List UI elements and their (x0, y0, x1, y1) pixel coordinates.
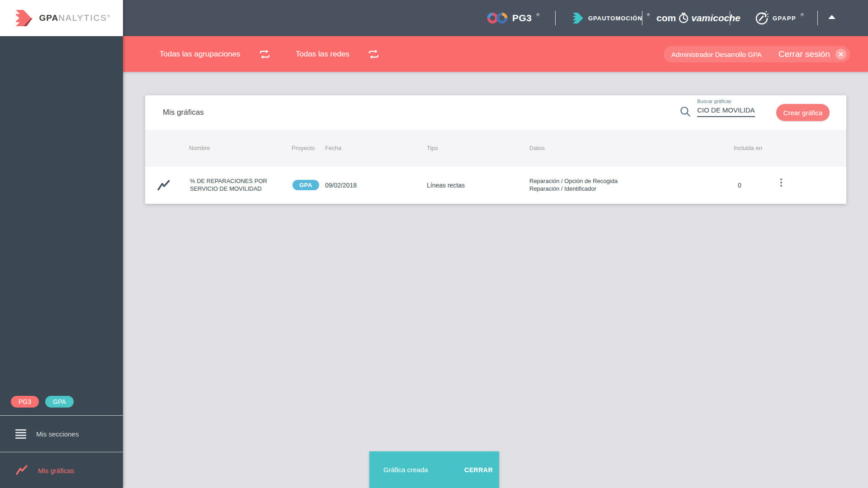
row-date: 09/02/2018 (325, 182, 357, 189)
row-data: Reparación / Opción de Recogida Reparaci… (529, 177, 618, 192)
column-header-nombre: Nombre (189, 145, 210, 151)
badge-gpa[interactable]: GPA (45, 396, 74, 408)
topbar-divider (642, 11, 642, 25)
table-header: Nombre Proyecto Fecha Tipo Datos Incluid… (145, 130, 846, 167)
project-badge: GPA (292, 180, 319, 190)
filter-label: Todas las agrupaciones (160, 50, 241, 59)
column-header-fecha: Fecha (325, 145, 341, 151)
row-line-chart-icon (157, 179, 170, 192)
search-icon[interactable] (679, 106, 691, 117)
page-title: Mis gráficas (163, 108, 204, 117)
row-included-count: 0 (731, 182, 749, 189)
topbar-divider (555, 11, 556, 25)
column-header-datos: Datos (529, 145, 545, 151)
swap-icon (368, 49, 380, 60)
snackbar-message: Gráfica creada (383, 466, 428, 474)
filter-agrupaciones[interactable]: Todas las agrupaciones (160, 36, 271, 72)
gpautomocion-label: GPAUTOMOCIÓN (588, 15, 642, 22)
mis-graficas-card: Mis gráficas Buscar gráficas CIO DE MOVI… (145, 95, 846, 204)
badge-pg3[interactable]: PG3 (11, 396, 39, 408)
logo-registered: ® (107, 14, 110, 19)
column-header-incluida: Incluida en (734, 145, 762, 151)
comprovamicoche-suffix: vamicoche (691, 13, 741, 23)
gpapp-label: GPAPP (773, 15, 796, 22)
sections-menu-icon (15, 429, 26, 439)
logout-button[interactable]: Cerrar sesión (778, 49, 830, 59)
collapse-topbar-arrow-icon[interactable] (828, 15, 835, 19)
pg3-infinity-icon (487, 11, 508, 25)
gpanalytics-logo[interactable]: GPANALYTICS® (0, 0, 123, 36)
filter-bar: Todas las agrupaciones Todas las redes A… (123, 36, 868, 72)
gpautomocion-arrow-icon (571, 11, 584, 25)
table-row[interactable]: % DE REPARACIONES POR SERVICIO DE MOVILI… (145, 167, 846, 204)
swap-icon (259, 49, 271, 60)
user-session-pill: Administrador Desarrollo GPA Cerrar sesi… (664, 46, 850, 62)
column-header-tipo: Tipo (427, 145, 438, 151)
create-chart-button[interactable]: Crear gráfica (776, 104, 830, 121)
row-name: % DE REPARACIONES POR SERVICIO DE MOVILI… (190, 177, 267, 192)
logo-text-nalytics: NALYTICS (58, 13, 107, 23)
line-chart-icon (15, 465, 28, 476)
stopwatch-icon (678, 12, 689, 24)
gpapp-registered: ® (801, 13, 804, 17)
filter-redes[interactable]: Todas las redes (296, 36, 380, 72)
sidebar: GPANALYTICS® PG3 GPA Mis secciones Mis g… (0, 0, 123, 488)
topbar-divider (817, 11, 818, 25)
logo-text-gpa: GPA (39, 13, 59, 23)
sidebar-badges: PG3 GPA (11, 396, 74, 408)
gpanalytics-arrow-icon (13, 8, 36, 28)
topbar-divider (730, 11, 730, 25)
snackbar: Gráfica creada CERRAR (369, 451, 499, 488)
brand-gpapp[interactable]: GPAPP® (754, 0, 804, 36)
snackbar-close-button[interactable]: CERRAR (464, 466, 493, 474)
pg3-registered: ® (537, 13, 540, 17)
row-more-options-kebab-icon[interactable] (777, 178, 785, 192)
top-bar: PG3® GPAUTOMOCIÓN® com vamicoche GPAPP® (123, 0, 868, 36)
user-name: Administrador Desarrollo GPA (671, 51, 762, 58)
search-input-underline (697, 116, 755, 117)
search-input[interactable]: Buscar gráficas CIO DE MOVILIDAD (697, 99, 755, 114)
sidebar-item-mis-graficas[interactable]: Mis gráficas (0, 452, 123, 488)
comprovamicoche-prefix: com (656, 13, 676, 23)
search-input-value: CIO DE MOVILIDAD (697, 106, 755, 114)
logout-close-icon[interactable] (835, 49, 846, 60)
brand-gpautomocion[interactable]: GPAUTOMOCIÓN® (571, 0, 650, 36)
search-input-label: Buscar gráficas (697, 99, 755, 104)
pg3-label: PG3 (512, 13, 532, 23)
brand-comprovamicoche[interactable]: com vamicoche (656, 0, 741, 36)
gpautomocion-registered: ® (647, 13, 650, 17)
filter-label: Todas las redes (296, 50, 349, 59)
gpapp-wrench-icon (754, 11, 769, 25)
sidebar-item-label: Mis gráficas (38, 467, 74, 474)
sidebar-item-label: Mis secciones (36, 430, 79, 438)
row-type: Líneas rectas (427, 182, 465, 189)
column-header-proyecto: Proyecto (292, 145, 315, 151)
brand-pg3[interactable]: PG3® (487, 0, 539, 36)
sidebar-item-mis-secciones[interactable]: Mis secciones (0, 416, 123, 452)
